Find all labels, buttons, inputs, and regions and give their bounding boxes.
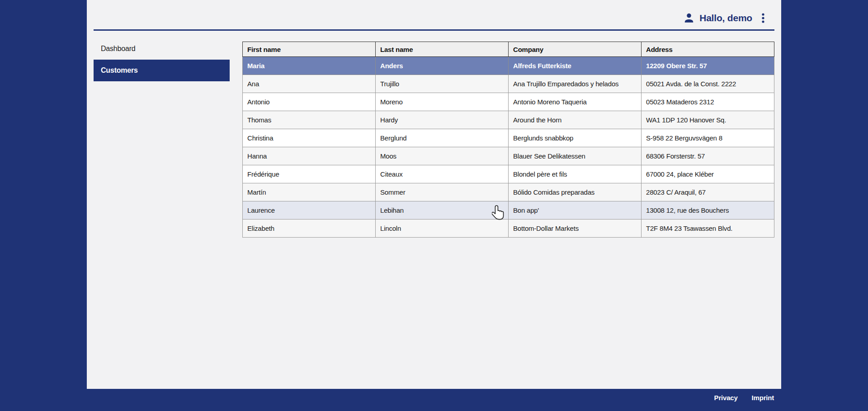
cell-first: Ana [243,75,376,93]
cell-first: Hanna [243,147,376,165]
customers-table: First nameLast nameCompanyAddress MariaA… [242,42,774,238]
cell-company: Alfreds Futterkiste [509,57,642,75]
cell-last: Citeaux [376,165,509,183]
table-row[interactable]: ChristinaBerglundBerglunds snabbkopS-958… [243,129,774,147]
cell-company: Bon app' [509,201,642,220]
top-bar: Hallo, demo [87,0,781,31]
table-row[interactable]: FrédériqueCiteauxBlondel père et fils670… [243,165,774,183]
table-header-row: First nameLast nameCompanyAddress [243,42,774,57]
footer-link-privacy[interactable]: Privacy [714,394,738,402]
table-row[interactable]: MartínSommerBólido Comidas preparadas280… [243,183,774,201]
table-row[interactable]: ElizabethLincolnBottom-Dollar MarketsT2F… [243,220,774,238]
table-body: MariaAndersAlfreds Futterkiste12209 Ober… [243,57,774,238]
cell-company: Antonio Moreno Taqueria [509,93,642,111]
cell-first: Christina [243,129,376,147]
table-header: First nameLast nameCompanyAddress [243,42,774,57]
header-divider [94,29,774,31]
cell-last: Moreno [376,93,509,111]
cell-first: Laurence [243,201,376,220]
cell-first: Frédérique [243,165,376,183]
cell-company: Berglunds snabbkop [509,129,642,147]
cell-address: 05021 Avda. de la Const. 2222 [642,75,774,93]
cell-address: 05023 Mataderos 2312 [642,93,774,111]
cell-address: T2F 8M4 23 Tsawassen Blvd. [642,220,774,238]
column-header: Last name [376,42,509,57]
cell-last: Moos [376,147,509,165]
column-header: Company [509,42,642,57]
sidebar-item-dashboard[interactable]: Dashboard [94,38,230,60]
cell-company: Blauer See Delikatessen [509,147,642,165]
sidebar-nav: DashboardCustomers [94,38,230,81]
content-area: Hallo, demo DashboardCustomers First nam… [87,0,781,389]
cell-address: 67000 24, place Kléber [642,165,774,183]
column-header: Address [642,42,774,57]
table-row[interactable]: LaurenceLebihanBon app'13008 12, rue des… [243,201,774,220]
cell-last: Lebihan [376,201,509,220]
column-header: First name [243,42,376,57]
person-icon [683,12,695,24]
cell-address: 13008 12, rue des Bouchers [642,201,774,220]
cell-first: Antonio [243,93,376,111]
cell-company: Ana Trujillo Emparedados y helados [509,75,642,93]
cell-last: Sommer [376,183,509,201]
table-row[interactable]: AntonioMorenoAntonio Moreno Taqueria0502… [243,93,774,111]
footer: Privacy Imprint [714,394,774,402]
user-greeting: Hallo, demo [699,13,752,23]
table-row[interactable]: AnaTrujilloAna Trujillo Emparedados y he… [243,75,774,93]
table-row[interactable]: HannaMoosBlauer See Delikatessen68306 Fo… [243,147,774,165]
table-row[interactable]: MariaAndersAlfreds Futterkiste12209 Ober… [243,57,774,75]
cell-address: 68306 Forsterstr. 57 [642,147,774,165]
cell-company: Blondel père et fils [509,165,642,183]
cell-address: S-958 22 Berguvsvägen 8 [642,129,774,147]
cell-first: Elizabeth [243,220,376,238]
cell-last: Trujillo [376,75,509,93]
kebab-menu-icon[interactable] [761,12,765,24]
cell-company: Bólido Comidas preparadas [509,183,642,201]
cell-last: Lincoln [376,220,509,238]
cell-address: WA1 1DP 120 Hanover Sq. [642,111,774,129]
cell-company: Bottom-Dollar Markets [509,220,642,238]
cell-first: Thomas [243,111,376,129]
cell-last: Anders [376,57,509,75]
cell-first: Martín [243,183,376,201]
cell-last: Berglund [376,129,509,147]
sidebar-item-customers[interactable]: Customers [94,60,230,81]
cell-address: 28023 C/ Araquil, 67 [642,183,774,201]
footer-link-imprint[interactable]: Imprint [752,394,774,402]
table-row[interactable]: ThomasHardyAround the HornWA1 1DP 120 Ha… [243,111,774,129]
cell-first: Maria [243,57,376,75]
user-menu: Hallo, demo [683,5,765,31]
cell-company: Around the Horn [509,111,642,129]
cell-address: 12209 Obere Str. 57 [642,57,774,75]
cell-last: Hardy [376,111,509,129]
